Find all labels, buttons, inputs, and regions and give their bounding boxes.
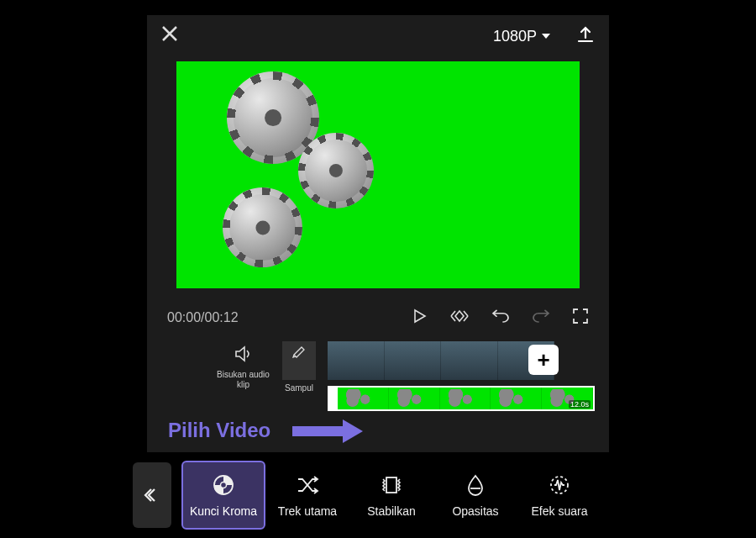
tool-main-track[interactable]: Trek utama <box>265 461 349 530</box>
tool-opacity[interactable]: Opasitas <box>433 461 517 530</box>
undo-button[interactable] <box>491 308 510 327</box>
timeline-tracks[interactable]: + 12.0s <box>328 341 609 414</box>
tool-bar: Kunci Kroma Trek utama Stabilkan Opasita… <box>126 456 633 535</box>
editor-window: 1080P 00:00/00:12 <box>147 15 609 452</box>
playback-bar: 00:00/00:12 <box>147 288 609 338</box>
keyframe-button[interactable] <box>449 307 470 328</box>
tool-label: Stabilkan <box>367 504 416 518</box>
close-button[interactable] <box>160 24 186 48</box>
mute-clip-button[interactable]: Bisukan audio klip <box>216 341 270 389</box>
clip-duration-badge: 12.0s <box>569 400 591 409</box>
tool-label: Efek suara <box>532 504 588 518</box>
resolution-dropdown[interactable]: 1080P <box>493 28 550 45</box>
fullscreen-button[interactable] <box>572 308 589 327</box>
add-clip-button[interactable]: + <box>528 345 559 375</box>
overlay-track-selected[interactable]: 12.0s <box>328 386 595 411</box>
chevron-down-icon <box>542 34 550 39</box>
tool-label: Trek utama <box>278 504 337 518</box>
opacity-icon <box>465 472 486 498</box>
tool-label: Opasitas <box>452 504 498 518</box>
gear-graphic <box>298 133 374 208</box>
stabilize-icon <box>380 472 403 498</box>
tool-stabilize[interactable]: Stabilkan <box>349 461 433 530</box>
svg-point-3 <box>221 483 227 488</box>
mute-label: Bisukan audio klip <box>216 370 270 389</box>
cover-thumbnail <box>282 341 316 380</box>
top-bar: 1080P <box>147 15 609 57</box>
shuffle-icon <box>296 472 319 498</box>
redo-button[interactable] <box>532 308 550 327</box>
video-preview[interactable] <box>176 61 580 288</box>
svg-rect-4 <box>386 477 396 493</box>
cover-label: Sampul <box>285 383 313 393</box>
cover-button[interactable]: Sampul <box>279 341 319 393</box>
resolution-label: 1080P <box>493 28 537 45</box>
speaker-icon <box>234 341 254 367</box>
sound-fx-icon <box>547 472 572 498</box>
main-track[interactable]: + <box>328 341 554 380</box>
play-button[interactable] <box>411 308 428 327</box>
tool-sound-fx[interactable]: Efek suara <box>517 461 601 530</box>
time-display: 00:00/00:12 <box>167 310 239 325</box>
chroma-key-icon <box>212 472 235 498</box>
svg-point-6 <box>551 477 568 493</box>
tool-label: Kunci Kroma <box>190 504 257 518</box>
annotation-arrow-icon <box>292 419 368 441</box>
gear-graphic <box>223 187 302 267</box>
export-button[interactable] <box>575 24 596 48</box>
tool-chroma-key[interactable]: Kunci Kroma <box>181 461 265 530</box>
svg-line-1 <box>464 316 468 321</box>
svg-line-0 <box>464 311 468 316</box>
timeline: Bisukan audio klip Sampul + 12.0s <box>147 338 609 417</box>
annotation-label: Pilih Video <box>168 419 270 442</box>
back-button[interactable] <box>133 462 171 528</box>
